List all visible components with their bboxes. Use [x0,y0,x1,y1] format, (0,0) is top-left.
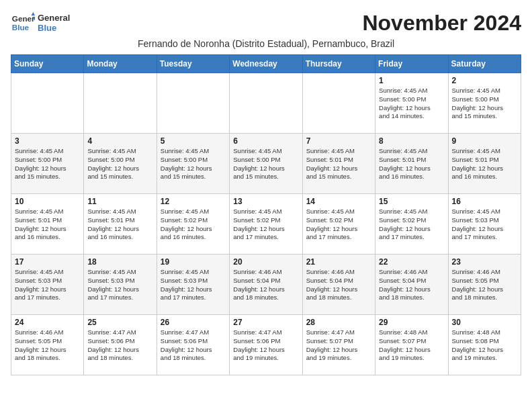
day-info: Sunrise: 4:45 AM Sunset: 5:00 PM Dayligh… [87,147,152,181]
day-info: Sunrise: 4:47 AM Sunset: 5:06 PM Dayligh… [161,328,226,363]
day-info: Sunrise: 4:45 AM Sunset: 5:03 PM Dayligh… [87,268,152,302]
day-info: Sunrise: 4:45 AM Sunset: 5:03 PM Dayligh… [161,268,226,302]
day-info: Sunrise: 4:45 AM Sunset: 5:01 PM Dayligh… [15,208,80,242]
day-number: 27 [233,318,298,327]
day-info: Sunrise: 4:46 AM Sunset: 5:04 PM Dayligh… [233,268,298,302]
day-info: Sunrise: 4:45 AM Sunset: 5:01 PM Dayligh… [452,147,517,181]
calendar-cell: 5Sunrise: 4:45 AM Sunset: 5:00 PM Daylig… [157,134,229,194]
day-info: Sunrise: 4:48 AM Sunset: 5:08 PM Dayligh… [452,328,517,363]
day-info: Sunrise: 4:45 AM Sunset: 5:00 PM Dayligh… [233,147,298,181]
calendar-week-row: 1Sunrise: 4:45 AM Sunset: 5:00 PM Daylig… [11,73,521,134]
calendar-cell: 29Sunrise: 4:48 AM Sunset: 5:07 PM Dayli… [375,315,448,375]
day-number: 7 [306,136,371,146]
day-number: 1 [379,76,444,85]
weekday-header-saturday: Saturday [448,55,521,73]
svg-text:Blue: Blue [12,23,30,32]
day-info: Sunrise: 4:45 AM Sunset: 5:02 PM Dayligh… [161,208,226,242]
day-number: 12 [161,197,226,206]
calendar-cell: 25Sunrise: 4:47 AM Sunset: 5:06 PM Dayli… [84,315,157,375]
page-title: November 2024 [362,11,521,36]
day-info: Sunrise: 4:45 AM Sunset: 5:00 PM Dayligh… [452,87,517,121]
day-number: 20 [233,257,298,267]
calendar-cell: 16Sunrise: 4:45 AM Sunset: 5:03 PM Dayli… [448,194,521,255]
day-info: Sunrise: 4:45 AM Sunset: 5:02 PM Dayligh… [306,208,371,242]
day-info: Sunrise: 4:45 AM Sunset: 5:01 PM Dayligh… [87,208,152,242]
day-number: 4 [87,136,152,146]
day-info: Sunrise: 4:45 AM Sunset: 5:00 PM Dayligh… [15,147,80,181]
day-number: 16 [452,197,517,206]
calendar-cell [11,73,84,134]
day-info: Sunrise: 4:45 AM Sunset: 5:00 PM Dayligh… [379,87,444,121]
day-number: 24 [15,318,80,327]
day-number: 15 [379,197,444,206]
day-info: Sunrise: 4:47 AM Sunset: 5:06 PM Dayligh… [233,328,298,363]
calendar-cell: 15Sunrise: 4:45 AM Sunset: 5:02 PM Dayli… [375,194,448,255]
day-number: 23 [452,257,517,267]
calendar-cell: 1Sunrise: 4:45 AM Sunset: 5:00 PM Daylig… [375,73,448,134]
calendar-cell: 7Sunrise: 4:45 AM Sunset: 5:01 PM Daylig… [302,134,375,194]
day-info: Sunrise: 4:45 AM Sunset: 5:01 PM Dayligh… [379,147,444,181]
day-number: 29 [379,318,444,327]
weekday-header-thursday: Thursday [302,55,375,73]
calendar-cell: 22Sunrise: 4:46 AM Sunset: 5:04 PM Dayli… [375,255,448,315]
calendar-cell: 3Sunrise: 4:45 AM Sunset: 5:00 PM Daylig… [11,134,84,194]
calendar-cell: 27Sunrise: 4:47 AM Sunset: 5:06 PM Dayli… [230,315,302,375]
calendar-cell: 21Sunrise: 4:46 AM Sunset: 5:04 PM Dayli… [302,255,375,315]
day-info: Sunrise: 4:48 AM Sunset: 5:07 PM Dayligh… [379,328,444,363]
day-number: 18 [87,257,152,267]
day-number: 25 [87,318,152,327]
calendar-cell: 14Sunrise: 4:45 AM Sunset: 5:02 PM Dayli… [302,194,375,255]
day-info: Sunrise: 4:45 AM Sunset: 5:00 PM Dayligh… [161,147,226,181]
day-number: 5 [161,136,226,146]
calendar-cell: 12Sunrise: 4:45 AM Sunset: 5:02 PM Dayli… [157,194,229,255]
page-subtitle: Fernando de Noronha (Distrito Estadual),… [11,38,521,49]
calendar-cell: 11Sunrise: 4:45 AM Sunset: 5:01 PM Dayli… [84,194,157,255]
calendar-cell: 2Sunrise: 4:45 AM Sunset: 5:00 PM Daylig… [448,73,521,134]
weekday-header-friday: Friday [375,55,448,73]
calendar-cell [302,73,375,134]
logo-text-general: General [38,13,70,23]
calendar-cell: 17Sunrise: 4:45 AM Sunset: 5:03 PM Dayli… [11,255,84,315]
weekday-header-sunday: Sunday [11,55,84,73]
weekday-header-wednesday: Wednesday [230,55,302,73]
calendar-cell [157,73,229,134]
calendar-cell: 13Sunrise: 4:45 AM Sunset: 5:02 PM Dayli… [230,194,302,255]
logo-icon: General Blue [11,11,35,35]
day-number: 22 [379,257,444,267]
day-number: 10 [15,197,80,206]
day-number: 21 [306,257,371,267]
day-info: Sunrise: 4:45 AM Sunset: 5:03 PM Dayligh… [452,208,517,242]
calendar-cell: 28Sunrise: 4:47 AM Sunset: 5:07 PM Dayli… [302,315,375,375]
calendar-cell [84,73,157,134]
day-info: Sunrise: 4:47 AM Sunset: 5:06 PM Dayligh… [87,328,152,363]
day-number: 6 [233,136,298,146]
day-info: Sunrise: 4:45 AM Sunset: 5:02 PM Dayligh… [233,208,298,242]
calendar-cell: 26Sunrise: 4:47 AM Sunset: 5:06 PM Dayli… [157,315,229,375]
day-number: 28 [306,318,371,327]
calendar-cell: 10Sunrise: 4:45 AM Sunset: 5:01 PM Dayli… [11,194,84,255]
calendar-cell [230,73,302,134]
calendar-cell: 24Sunrise: 4:46 AM Sunset: 5:05 PM Dayli… [11,315,84,375]
day-info: Sunrise: 4:46 AM Sunset: 5:05 PM Dayligh… [15,328,80,363]
day-number: 14 [306,197,371,206]
day-info: Sunrise: 4:46 AM Sunset: 5:04 PM Dayligh… [379,268,444,302]
day-info: Sunrise: 4:46 AM Sunset: 5:05 PM Dayligh… [452,268,517,302]
weekday-header-tuesday: Tuesday [157,55,229,73]
day-number: 13 [233,197,298,206]
day-info: Sunrise: 4:45 AM Sunset: 5:03 PM Dayligh… [15,268,80,302]
day-info: Sunrise: 4:47 AM Sunset: 5:07 PM Dayligh… [306,328,371,363]
day-number: 8 [379,136,444,146]
calendar-cell: 9Sunrise: 4:45 AM Sunset: 5:01 PM Daylig… [448,134,521,194]
calendar-cell: 4Sunrise: 4:45 AM Sunset: 5:00 PM Daylig… [84,134,157,194]
logo: General Blue General Blue [11,11,70,35]
day-info: Sunrise: 4:46 AM Sunset: 5:04 PM Dayligh… [306,268,371,302]
header: General Blue General Blue November 2024 [11,11,521,36]
day-number: 26 [161,318,226,327]
day-info: Sunrise: 4:45 AM Sunset: 5:01 PM Dayligh… [306,147,371,181]
calendar-week-row: 24Sunrise: 4:46 AM Sunset: 5:05 PM Dayli… [11,315,521,375]
day-number: 9 [452,136,517,146]
calendar-cell: 20Sunrise: 4:46 AM Sunset: 5:04 PM Dayli… [230,255,302,315]
calendar-week-row: 17Sunrise: 4:45 AM Sunset: 5:03 PM Dayli… [11,255,521,315]
day-number: 19 [161,257,226,267]
calendar-cell: 23Sunrise: 4:46 AM Sunset: 5:05 PM Dayli… [448,255,521,315]
